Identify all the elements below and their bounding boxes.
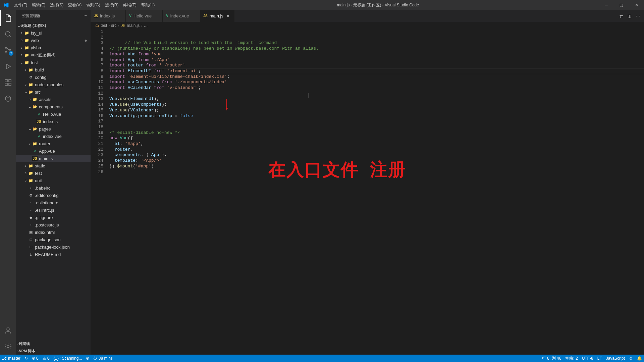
menu-selection[interactable]: 选择(S) — [48, 2, 66, 8]
tree-item[interactable]: ⌄📂components — [16, 103, 91, 110]
tree-item[interactable]: ◦.eslintrc.js — [16, 206, 91, 214]
tree-item[interactable]: ⌄📁test — [16, 59, 91, 66]
tree-item[interactable]: ›📁web● — [16, 37, 91, 44]
editor-tab[interactable]: JSmain.js× — [200, 10, 234, 22]
editor-tab[interactable]: VHello.vue× — [126, 10, 163, 22]
menu-edit[interactable]: 编辑(E) — [30, 2, 48, 8]
language-mode[interactable]: JavaScript — [604, 355, 627, 362]
tree-item[interactable]: ◦.postcssrc.js — [16, 221, 91, 228]
menu-view[interactable]: 查看(V) — [66, 2, 84, 8]
file-icon: ⚙ — [28, 74, 34, 80]
menu-file[interactable]: 文件(F) — [12, 2, 30, 8]
chevron-icon: › — [19, 53, 24, 57]
sidebar-more-icon[interactable]: ⋯ — [84, 14, 87, 18]
menu-help[interactable]: 帮助(H) — [139, 2, 157, 8]
tree-item-label: README.md — [35, 252, 61, 257]
tree-item-label: .postcssrc.js — [35, 222, 59, 227]
file-icon: 📁 — [24, 60, 30, 65]
close-tab-icon[interactable]: × — [225, 13, 231, 19]
timeline-section[interactable]: ›时间线 — [16, 340, 91, 347]
compare-changes-icon[interactable]: ⇄ — [620, 14, 623, 18]
minimize-button[interactable]: ─ — [599, 0, 614, 10]
tree-item[interactable]: ◆.gitignore — [16, 214, 91, 221]
indentation-status[interactable]: 空格: 2 — [563, 355, 580, 362]
tree-item[interactable]: ⚙.editorconfig — [16, 192, 91, 199]
tree-item[interactable]: VHello.vue — [16, 110, 91, 118]
tree-item[interactable]: ›📁unit — [16, 177, 91, 184]
editor-tab[interactable]: Vindex.vue× — [163, 10, 200, 22]
more-actions-icon[interactable]: ⋯ — [636, 14, 640, 18]
run-debug-icon[interactable] — [0, 58, 16, 74]
svg-rect-5 — [5, 83, 7, 86]
code-editor[interactable]: 1234567891011121314151617181920212223242… — [91, 29, 644, 355]
tree-item[interactable]: ℹREADME.md — [16, 251, 91, 258]
workspace-label: 无标题 (工作区) — [20, 23, 46, 28]
menu-terminal[interactable]: 终端(T) — [121, 2, 139, 8]
split-editor-icon[interactable]: ◫ — [628, 14, 631, 18]
accounts-icon[interactable] — [0, 322, 16, 339]
close-button[interactable]: ✕ — [629, 0, 644, 10]
scanning-status[interactable]: {..} : Scanning... — [52, 355, 84, 362]
tree-item[interactable]: ⚙config — [16, 73, 91, 81]
breadcrumb-item[interactable]: src — [111, 23, 116, 28]
edge-tools-icon[interactable] — [0, 91, 16, 107]
settings-gear-icon[interactable] — [0, 339, 16, 355]
tree-item[interactable]: ›📁build — [16, 66, 91, 73]
tree-item[interactable]: □package-lock.json — [16, 243, 91, 251]
tree-item[interactable]: Vindex.vue — [16, 133, 91, 140]
tree-item[interactable]: JSmain.js — [16, 155, 91, 162]
maximize-button[interactable]: ▢ — [614, 0, 629, 10]
npm-label: NPM 脚本 — [19, 349, 36, 354]
breadcrumb-item[interactable]: main.js — [127, 23, 140, 28]
editor-tab[interactable]: JSindex.js× — [91, 10, 126, 22]
tree-item[interactable]: ⌄📂src — [16, 88, 91, 96]
breadcrumb-item[interactable]: test — [101, 23, 107, 28]
tree-item[interactable]: ›📁test — [16, 169, 91, 177]
cursor-position[interactable]: 行 8, 列 46 — [540, 355, 563, 362]
live-server-status[interactable]: ⊘ — [84, 355, 91, 362]
tree-item[interactable]: ▤index.html — [16, 228, 91, 236]
workspace-section[interactable]: ⌄ 无标题 (工作区) — [16, 22, 91, 29]
chevron-icon: ⌄ — [28, 104, 32, 109]
tree-item[interactable]: JSindex.js — [16, 118, 91, 125]
tree-item[interactable]: ◦.eslintignore — [16, 199, 91, 206]
feedback-icon[interactable]: ☺ — [627, 355, 635, 362]
menu-go[interactable]: 转到(G) — [84, 2, 102, 8]
warnings-status[interactable]: ⚠ 0 — [41, 355, 52, 362]
explorer-icon[interactable] — [0, 10, 16, 26]
breadcrumb[interactable]: 🗀 test› src› JS main.js› … — [91, 22, 644, 29]
tree-item[interactable]: ⌄📂pages — [16, 125, 91, 133]
branch-status[interactable]: ⎇ master — [0, 355, 22, 362]
annotation-arrow-icon — [226, 99, 227, 110]
time-status[interactable]: ⏱ 38 mins — [91, 355, 114, 362]
tree-item[interactable]: ›📁node_modules — [16, 81, 91, 88]
tree-item[interactable]: ›📁fsy_ui — [16, 29, 91, 37]
tree-item[interactable]: ›📁yisha — [16, 44, 91, 51]
menu-run[interactable]: 运行(R) — [103, 2, 121, 8]
timeline-label: 时间线 — [19, 341, 30, 346]
npm-scripts-section[interactable]: ›NPM 脚本 — [16, 347, 91, 355]
tree-item[interactable]: ›📁router — [16, 140, 91, 147]
eol-status[interactable]: LF — [595, 355, 604, 362]
tree-item[interactable]: ›📁vue底层架构 — [16, 51, 91, 59]
file-icon: 📁 — [32, 141, 38, 146]
extensions-icon[interactable] — [0, 74, 16, 91]
tree-item[interactable]: ›📁assets — [16, 96, 91, 103]
code-content[interactable]: // The Vue build version to load with th… — [109, 29, 644, 355]
svg-point-0 — [5, 32, 10, 36]
tree-item[interactable]: •.babelrc — [16, 184, 91, 192]
window-title: main.js - 无标题 (工作区) - Visual Studio Code — [157, 2, 599, 8]
source-control-icon[interactable]: 2 — [0, 42, 16, 58]
tree-item[interactable]: VApp.vue — [16, 147, 91, 155]
encoding-status[interactable]: UTF-8 — [580, 355, 595, 362]
sync-status[interactable]: ↻ — [22, 355, 30, 362]
tree-item[interactable]: ›📁static — [16, 162, 91, 169]
activity-bar: 2 — [0, 10, 16, 355]
errors-status[interactable]: ⊘ 0 — [30, 355, 41, 362]
tree-item-label: .editorconfig — [35, 193, 59, 198]
tree-item-label: router — [39, 141, 50, 146]
search-icon[interactable] — [0, 26, 16, 42]
notifications-icon[interactable]: 🔔 — [635, 355, 644, 362]
tree-item[interactable]: □package.json — [16, 236, 91, 243]
breadcrumb-item[interactable]: … — [144, 23, 148, 28]
